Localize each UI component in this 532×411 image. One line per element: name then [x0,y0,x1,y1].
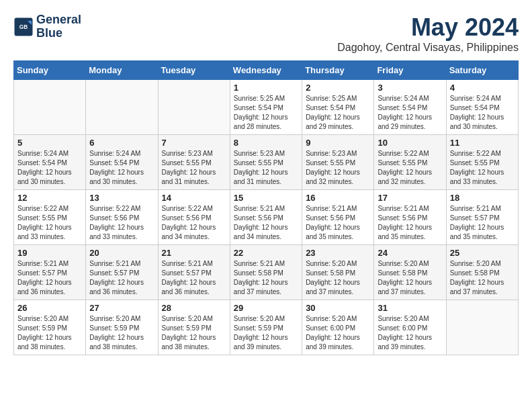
calendar-body: 1Sunrise: 5:25 AM Sunset: 5:54 PM Daylig… [14,80,519,355]
day-number: 17 [378,193,442,203]
day-number: 30 [306,303,370,313]
day-info: Sunrise: 5:20 AM Sunset: 5:59 PM Dayligh… [89,314,154,352]
calendar-header: SundayMondayTuesdayWednesdayThursdayFrid… [14,61,519,80]
day-info: Sunrise: 5:21 AM Sunset: 5:57 PM Dayligh… [450,204,515,242]
day-info: Sunrise: 5:25 AM Sunset: 5:54 PM Dayligh… [306,94,370,132]
day-number: 16 [306,193,370,203]
calendar-week-row: 5Sunrise: 5:24 AM Sunset: 5:54 PM Daylig… [14,135,519,190]
calendar-day-cell: 1Sunrise: 5:25 AM Sunset: 5:54 PM Daylig… [230,80,302,135]
logo: GB General Blue [13,13,81,40]
weekday-header: Sunday [14,61,86,80]
calendar-day-cell: 14Sunrise: 5:22 AM Sunset: 5:56 PM Dayli… [158,190,230,245]
calendar-week-row: 1Sunrise: 5:25 AM Sunset: 5:54 PM Daylig… [14,80,519,135]
day-number: 7 [162,138,226,148]
calendar-day-cell: 21Sunrise: 5:21 AM Sunset: 5:57 PM Dayli… [158,245,230,300]
day-info: Sunrise: 5:22 AM Sunset: 5:56 PM Dayligh… [162,204,226,242]
weekday-header: Tuesday [158,61,230,80]
day-info: Sunrise: 5:21 AM Sunset: 5:58 PM Dayligh… [234,259,298,297]
day-number: 25 [450,248,515,258]
calendar-week-row: 26Sunrise: 5:20 AM Sunset: 5:59 PM Dayli… [14,300,519,355]
title-block: May 2024 Dagohoy, Central Visayas, Phili… [337,13,519,54]
calendar-day-cell: 12Sunrise: 5:22 AM Sunset: 5:55 PM Dayli… [14,190,86,245]
day-number: 9 [306,138,370,148]
day-number: 6 [89,138,154,148]
day-info: Sunrise: 5:25 AM Sunset: 5:54 PM Dayligh… [234,94,298,132]
day-info: Sunrise: 5:23 AM Sunset: 5:55 PM Dayligh… [306,149,370,187]
day-number: 8 [234,138,298,148]
calendar-day-cell: 26Sunrise: 5:20 AM Sunset: 5:59 PM Dayli… [14,300,86,355]
day-info: Sunrise: 5:21 AM Sunset: 5:57 PM Dayligh… [162,259,226,297]
day-info: Sunrise: 5:22 AM Sunset: 5:55 PM Dayligh… [378,149,442,187]
calendar-day-cell: 4Sunrise: 5:24 AM Sunset: 5:54 PM Daylig… [446,80,518,135]
day-info: Sunrise: 5:22 AM Sunset: 5:56 PM Dayligh… [89,204,154,242]
calendar-day-cell: 27Sunrise: 5:20 AM Sunset: 5:59 PM Dayli… [86,300,158,355]
day-info: Sunrise: 5:22 AM Sunset: 5:55 PM Dayligh… [450,149,515,187]
calendar-day-cell [14,80,86,135]
calendar-week-row: 19Sunrise: 5:21 AM Sunset: 5:57 PM Dayli… [14,245,519,300]
calendar-day-cell: 6Sunrise: 5:24 AM Sunset: 5:54 PM Daylig… [86,135,158,190]
calendar-day-cell: 31Sunrise: 5:20 AM Sunset: 6:00 PM Dayli… [374,300,446,355]
day-number: 10 [378,138,442,148]
day-info: Sunrise: 5:20 AM Sunset: 5:58 PM Dayligh… [306,259,370,297]
day-number: 4 [450,83,515,93]
calendar-day-cell [446,300,518,355]
day-number: 22 [234,248,298,258]
day-number: 11 [450,138,515,148]
calendar-day-cell: 30Sunrise: 5:20 AM Sunset: 6:00 PM Dayli… [302,300,374,355]
calendar-day-cell: 3Sunrise: 5:24 AM Sunset: 5:54 PM Daylig… [374,80,446,135]
month-title: May 2024 [337,13,519,42]
calendar-day-cell: 23Sunrise: 5:20 AM Sunset: 5:58 PM Dayli… [302,245,374,300]
day-info: Sunrise: 5:21 AM Sunset: 5:56 PM Dayligh… [378,204,442,242]
calendar-day-cell: 13Sunrise: 5:22 AM Sunset: 5:56 PM Dayli… [86,190,158,245]
day-info: Sunrise: 5:21 AM Sunset: 5:56 PM Dayligh… [234,204,298,242]
page-header: GB General Blue May 2024 Dagohoy, Centra… [13,13,519,54]
weekday-header: Wednesday [230,61,302,80]
day-number: 28 [162,303,226,313]
day-info: Sunrise: 5:24 AM Sunset: 5:54 PM Dayligh… [89,149,154,187]
calendar-day-cell: 11Sunrise: 5:22 AM Sunset: 5:55 PM Dayli… [446,135,518,190]
weekday-header: Monday [86,61,158,80]
calendar-week-row: 12Sunrise: 5:22 AM Sunset: 5:55 PM Dayli… [14,190,519,245]
calendar-day-cell: 18Sunrise: 5:21 AM Sunset: 5:57 PM Dayli… [446,190,518,245]
calendar-table: SundayMondayTuesdayWednesdayThursdayFrid… [13,60,519,355]
calendar-day-cell [158,80,230,135]
calendar-day-cell [86,80,158,135]
day-number: 14 [162,193,226,203]
day-number: 2 [306,83,370,93]
calendar-day-cell: 22Sunrise: 5:21 AM Sunset: 5:58 PM Dayli… [230,245,302,300]
day-info: Sunrise: 5:24 AM Sunset: 5:54 PM Dayligh… [17,149,82,187]
calendar-day-cell: 19Sunrise: 5:21 AM Sunset: 5:57 PM Dayli… [14,245,86,300]
day-info: Sunrise: 5:23 AM Sunset: 5:55 PM Dayligh… [234,149,298,187]
location: Dagohoy, Central Visayas, Philippines [337,42,519,54]
calendar-day-cell: 17Sunrise: 5:21 AM Sunset: 5:56 PM Dayli… [374,190,446,245]
day-number: 19 [17,248,82,258]
day-number: 18 [450,193,515,203]
day-number: 21 [162,248,226,258]
day-info: Sunrise: 5:24 AM Sunset: 5:54 PM Dayligh… [378,94,442,132]
weekday-header: Friday [374,61,446,80]
calendar-day-cell: 16Sunrise: 5:21 AM Sunset: 5:56 PM Dayli… [302,190,374,245]
day-info: Sunrise: 5:20 AM Sunset: 6:00 PM Dayligh… [378,314,442,352]
day-info: Sunrise: 5:23 AM Sunset: 5:55 PM Dayligh… [162,149,226,187]
day-info: Sunrise: 5:20 AM Sunset: 5:59 PM Dayligh… [17,314,82,352]
calendar-day-cell: 28Sunrise: 5:20 AM Sunset: 5:59 PM Dayli… [158,300,230,355]
calendar-day-cell: 2Sunrise: 5:25 AM Sunset: 5:54 PM Daylig… [302,80,374,135]
day-number: 27 [89,303,154,313]
calendar-day-cell: 25Sunrise: 5:20 AM Sunset: 5:58 PM Dayli… [446,245,518,300]
calendar-day-cell: 7Sunrise: 5:23 AM Sunset: 5:55 PM Daylig… [158,135,230,190]
day-number: 26 [17,303,82,313]
day-number: 3 [378,83,442,93]
day-number: 20 [89,248,154,258]
logo-line1: General [36,13,81,27]
calendar-day-cell: 29Sunrise: 5:20 AM Sunset: 5:59 PM Dayli… [230,300,302,355]
day-number: 12 [17,193,82,203]
day-info: Sunrise: 5:22 AM Sunset: 5:55 PM Dayligh… [17,204,82,242]
day-info: Sunrise: 5:20 AM Sunset: 5:59 PM Dayligh… [234,314,298,352]
calendar-day-cell: 20Sunrise: 5:21 AM Sunset: 5:57 PM Dayli… [86,245,158,300]
weekday-row: SundayMondayTuesdayWednesdayThursdayFrid… [14,61,519,80]
weekday-header: Thursday [302,61,374,80]
day-number: 13 [89,193,154,203]
day-info: Sunrise: 5:20 AM Sunset: 5:59 PM Dayligh… [162,314,226,352]
logo-icon: GB [13,17,34,37]
svg-text:GB: GB [19,24,28,30]
